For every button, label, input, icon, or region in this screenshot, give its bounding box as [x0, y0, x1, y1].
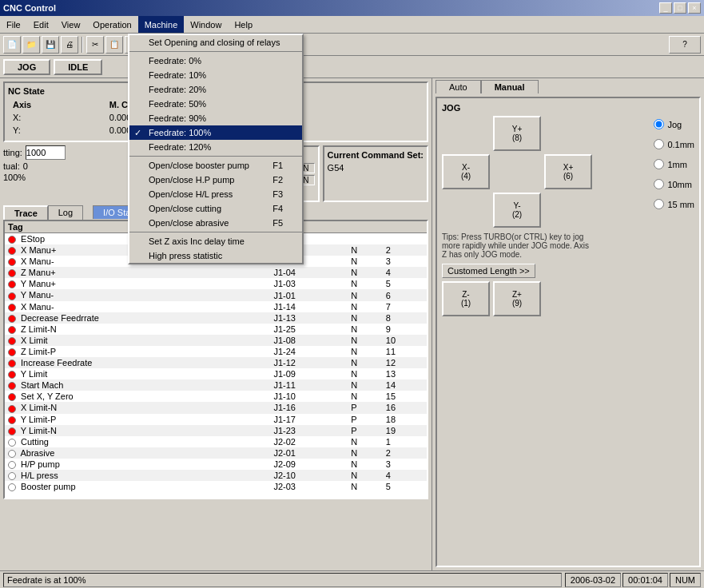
menu-option[interactable]: Feedrate: 120%: [129, 140, 302, 154]
menu-option[interactable]: Open/close booster pumpF1: [129, 158, 302, 173]
toolbar-cut[interactable]: ✂: [86, 36, 104, 54]
radio-10mm[interactable]: 10mm: [654, 179, 694, 189]
tag-v1: P: [348, 402, 383, 413]
tag-v2: 15: [383, 391, 427, 402]
tag-name: Z Limit-N: [21, 324, 57, 334]
menu-option[interactable]: High press statistic: [129, 248, 302, 263]
menu-option[interactable]: Feedrate: 10%: [129, 68, 302, 82]
radio-15mm[interactable]: 15 mm: [654, 199, 694, 209]
cmd-set-panel: Current Command Set: G54: [323, 145, 428, 202]
toolbar-sep1: [82, 37, 83, 53]
jog-x-plus-btn[interactable]: X+ (6): [544, 154, 592, 189]
menu-file[interactable]: File: [0, 16, 27, 33]
tab-trace[interactable]: Trace: [3, 205, 48, 220]
radio-1mm-input[interactable]: [654, 159, 664, 169]
menu-option[interactable]: Set Z axis Inc delay time: [129, 234, 302, 248]
close-button[interactable]: ×: [688, 2, 701, 14]
cutting-input[interactable]: [26, 145, 66, 160]
tag-v2: 9: [383, 324, 427, 335]
menu-option[interactable]: Feedrate: 90%: [129, 111, 302, 125]
tag-code: J2-09: [270, 459, 348, 470]
tag-name: Z Limit-P: [21, 347, 56, 356]
jog-y-minus-btn[interactable]: Y- (2): [493, 193, 541, 228]
tag-v1: N: [348, 368, 383, 379]
jog-grid: Y+ (8) X- (4) X+ (6): [442, 116, 594, 228]
jog-y-minus-label: Y-: [495, 201, 539, 210]
menu-option-label: Open/close H.P pump: [149, 175, 234, 185]
radio-0-1mm[interactable]: 0.1mm: [654, 139, 694, 149]
tag-name: Y Manu-: [21, 290, 54, 300]
radio-jog[interactable]: Jog: [654, 119, 694, 129]
tag-v2: 8: [383, 312, 427, 324]
menu-machine[interactable]: Machine: [138, 16, 185, 33]
menu-option[interactable]: Open/close abrasiveF5: [129, 216, 302, 230]
tag-v2: 1: [383, 436, 427, 447]
status-time: 00:01:04: [622, 573, 668, 587]
maximize-button[interactable]: □: [674, 2, 686, 14]
jog-y-plus-label: Y+: [495, 125, 539, 133]
radio-10mm-input[interactable]: [654, 179, 664, 189]
tag-col-v2: [383, 221, 427, 233]
toolbar-new[interactable]: 📄: [3, 36, 21, 54]
tag-v2: 2: [383, 447, 427, 459]
radio-15mm-input[interactable]: [654, 199, 664, 209]
status-message: Feedrate is at 100%: [3, 573, 562, 587]
menu-option-label: Open/close booster pump: [149, 161, 249, 170]
main-area: NC State Axis M. Coor. W. Coor. X: 0.000…: [0, 78, 704, 570]
menu-option[interactable]: Set Opening and closing of relays: [129, 35, 302, 50]
menu-window[interactable]: Window: [184, 16, 228, 33]
jog-x-minus-sub: (4): [443, 172, 488, 181]
jog-z-minus-btn[interactable]: Z- (1): [442, 281, 490, 316]
tag-v2: 2: [383, 244, 427, 256]
toolbar-print[interactable]: 🖨: [61, 36, 78, 54]
machine-dropdown-menu: Set Opening and closing of relaysFeedrat…: [128, 34, 304, 264]
table-row: X Limit-N J1-16 P 16: [5, 402, 427, 413]
menu-option[interactable]: Feedrate: 100%: [129, 125, 302, 140]
tag-name: Z Manu+: [21, 268, 56, 277]
custom-length-btn[interactable]: Customed Length >>: [442, 264, 535, 278]
jog-panel: JOG Y+ (8) X- (4: [436, 97, 701, 567]
jog-tips: Tips: Press TURBO(or CTRL) key to jog mo…: [442, 232, 594, 259]
minimize-button[interactable]: _: [659, 2, 672, 14]
menu-option-label: Feedrate: 100%: [149, 128, 211, 137]
tab-manual[interactable]: Manual: [481, 80, 539, 93]
jog-z-plus-label: Z+: [495, 290, 539, 299]
radio-jog-input[interactable]: [654, 119, 664, 129]
tab-auto[interactable]: Auto: [436, 80, 481, 93]
jog-x-minus-btn[interactable]: X- (4): [442, 154, 490, 189]
menu-option[interactable]: Feedrate: 20%: [129, 82, 302, 97]
menu-operation[interactable]: Operation: [86, 16, 137, 33]
menu-option[interactable]: Open/close H.P pumpF2: [129, 173, 302, 187]
menu-option[interactable]: Open/close H/L pressF3: [129, 187, 302, 201]
tag-name: Booster pump: [21, 482, 75, 491]
menu-option-label: Feedrate: 120%: [149, 142, 211, 152]
toolbar-copy[interactable]: 📋: [105, 36, 123, 54]
toolbar-save[interactable]: 💾: [42, 36, 59, 54]
tab-log[interactable]: Log: [48, 205, 83, 220]
radio-0-1mm-input[interactable]: [654, 139, 664, 149]
table-row: Y Manu+ J1-03 N 5: [5, 278, 427, 289]
tag-v2: 3: [383, 256, 427, 267]
radio-1mm[interactable]: 1mm: [654, 159, 694, 169]
table-row: H/L press J2-10 N 4: [5, 470, 427, 481]
menu-edit[interactable]: Edit: [27, 16, 55, 33]
idle-button[interactable]: IDLE: [54, 59, 102, 75]
radio-10mm-label: 10mm: [667, 180, 692, 189]
tag-v2: [383, 233, 427, 245]
jog-z-plus-btn[interactable]: Z+ (9): [493, 281, 541, 316]
menu-option[interactable]: Feedrate: 0%: [129, 54, 302, 68]
table-row: H/P pump J2-09 N 3: [5, 459, 427, 470]
jog-y-plus-btn[interactable]: Y+ (8): [493, 116, 541, 151]
table-row: Decrease Feedrrate J1-13 N 8: [5, 312, 427, 324]
tag-v2: 5: [383, 278, 427, 289]
help-button[interactable]: ?: [669, 36, 701, 54]
menu-option[interactable]: Feedrate: 50%: [129, 97, 302, 111]
menu-option[interactable]: Open/close cuttingF4: [129, 201, 302, 216]
menu-help[interactable]: Help: [228, 16, 259, 33]
jog-button[interactable]: JOG: [3, 59, 50, 75]
tag-name: H/L press: [21, 471, 58, 480]
toolbar-open[interactable]: 📁: [22, 36, 40, 54]
menu-view[interactable]: View: [55, 16, 87, 33]
tag-v1: N: [348, 436, 383, 447]
tag-v2: 4: [383, 267, 427, 278]
